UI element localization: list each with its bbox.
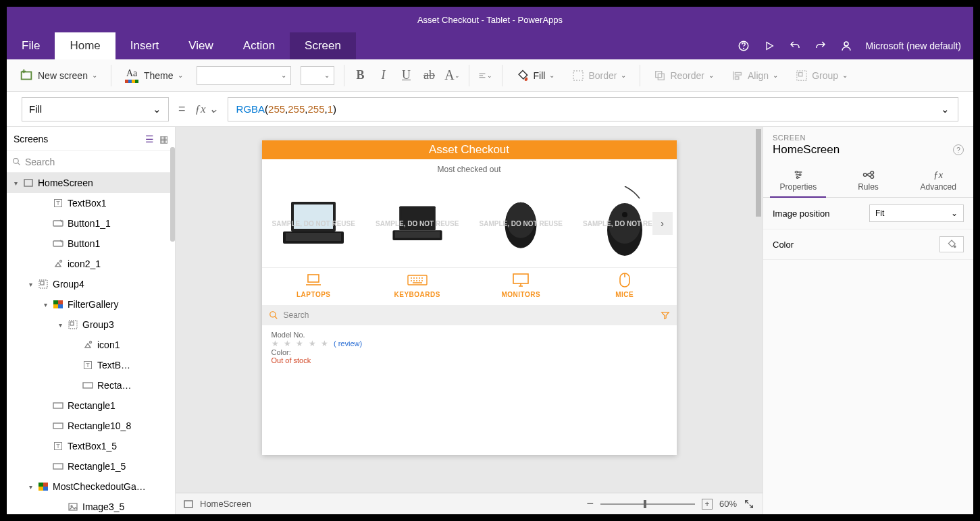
tree-node[interactable]: icon1 (7, 335, 175, 355)
svg-rect-19 (70, 322, 74, 325)
formula-func: RGBA (236, 103, 265, 115)
menu-file[interactable]: File (7, 32, 55, 59)
menu-home[interactable]: Home (55, 32, 115, 59)
tree-node[interactable]: Rectangle10_8 (7, 416, 175, 436)
tree-title: Screens (14, 134, 48, 144)
fx-icon[interactable]: ƒx⌄ (195, 102, 218, 116)
canvas-search-placeholder: Search (284, 310, 309, 320)
menu-action[interactable]: Action (228, 32, 290, 59)
canvas-search-bar[interactable]: Search (262, 305, 677, 325)
tree-node-label: Button1 (68, 238, 100, 249)
reorder-button[interactable]: Reorder⌄ (650, 67, 718, 84)
image-position-dropdown[interactable]: Fit⌄ (869, 204, 964, 222)
menu-screen[interactable]: Screen (290, 32, 356, 59)
tree-node[interactable]: Button1_1 (7, 213, 175, 234)
tree-node[interactable]: Rectangle1_5 (7, 456, 175, 476)
filter-icon[interactable] (661, 310, 670, 320)
border-label: Border (588, 70, 617, 81)
category-label: KEYBOARDS (394, 291, 440, 298)
undo-icon[interactable] (788, 39, 802, 53)
menu-view[interactable]: View (174, 32, 228, 59)
menubar: File Home Insert View Action Screen Micr… (7, 32, 973, 59)
tree-node[interactable]: Rectangle1 (7, 395, 175, 416)
italic-icon[interactable]: I (377, 69, 390, 82)
review-link[interactable]: ( review) (334, 339, 362, 348)
tree-node[interactable]: TTextB… (7, 355, 175, 375)
bold-icon[interactable]: B (354, 69, 367, 82)
text-icon: T (53, 441, 63, 451)
tab-advanced[interactable]: ƒx Advanced (903, 163, 973, 197)
group-button[interactable]: Group⌄ (792, 67, 852, 84)
tree-list-icon[interactable]: ☰ (145, 134, 154, 144)
user-icon[interactable] (840, 39, 853, 53)
tab-properties[interactable]: Properties (763, 163, 833, 197)
svg-point-15 (60, 260, 62, 263)
menu-insert[interactable]: Insert (115, 32, 174, 59)
tree-node[interactable]: ▾Group3 (7, 314, 175, 335)
play-icon[interactable] (763, 39, 776, 53)
category-label: LAPTOPS (296, 291, 331, 298)
window-title: Asset Checkout - Tablet - PowerApps (417, 15, 563, 25)
tab-rules[interactable]: Rules (833, 163, 904, 197)
border-button[interactable]: Border⌄ (568, 67, 630, 84)
theme-button[interactable]: Aa Theme⌄ (121, 67, 187, 84)
align-icon[interactable]: ⌄ (479, 69, 492, 82)
redo-icon[interactable] (814, 39, 827, 53)
zoom-slider[interactable] (600, 503, 695, 505)
zoom-in-button[interactable]: + (702, 499, 713, 510)
expand-icon[interactable] (744, 499, 754, 510)
align-button[interactable]: Align⌄ (727, 67, 782, 84)
zoom-out-button[interactable]: − (586, 497, 594, 511)
account-label[interactable]: Microsoft (new default) (865, 40, 961, 51)
svg-rect-8 (735, 76, 738, 79)
property-selector[interactable]: Fill ⌄ (22, 97, 169, 121)
tree-node[interactable]: Recta… (7, 375, 175, 395)
props-screen-name: HomeScreen (773, 143, 840, 157)
tree-node[interactable]: ▾HomeScreen (7, 173, 175, 193)
strikethrough-icon[interactable]: ab (423, 69, 436, 82)
gallery-item[interactable]: SAMPLE, DO NOT REUSE (262, 196, 366, 250)
font-size-dropdown[interactable]: ⌄ (301, 66, 334, 85)
svg-point-11 (14, 159, 19, 164)
status-breadcrumb[interactable]: HomeScreen (200, 499, 251, 509)
gallery-item[interactable]: SAMPLE, DO NOT REUSE (469, 195, 573, 252)
tree-search[interactable]: Search (7, 151, 175, 173)
tree-node[interactable]: TTextBox1 (7, 193, 175, 213)
tree-node-label: Image3_5 (82, 501, 124, 512)
svg-rect-42 (513, 274, 528, 283)
font-family-dropdown[interactable]: ⌄ (197, 66, 291, 85)
svg-rect-40 (308, 275, 319, 282)
category-laptops[interactable]: LAPTOPS (262, 268, 366, 305)
tree-node[interactable]: icon2_1 (7, 254, 175, 274)
text-icon: T (53, 198, 63, 209)
next-arrow-button[interactable]: › (652, 212, 673, 235)
search-icon (269, 310, 278, 320)
tree-node[interactable]: ▾FilterGallery (7, 294, 175, 314)
category-mice[interactable]: MICE (573, 268, 677, 305)
new-screen-button[interactable]: New screen⌄ (15, 65, 101, 86)
app-canvas[interactable]: Asset Checkout Most checked out SAMPLE, … (262, 140, 677, 455)
svg-point-1 (744, 48, 744, 49)
tree-node[interactable]: ▾Group4 (7, 274, 175, 294)
help-icon[interactable] (737, 39, 750, 53)
underline-icon[interactable]: U (400, 69, 413, 82)
tree-node-label: TextB… (97, 360, 130, 371)
tree-grid-icon[interactable]: ▦ (159, 134, 168, 144)
tree-panel: Screens ☰ ▦ Search ▾HomeScreenTTextBox1B… (7, 127, 176, 514)
category-monitors[interactable]: MONITORS (469, 268, 573, 305)
category-keyboards[interactable]: KEYBOARDS (365, 268, 469, 305)
equals-sign: = (178, 102, 186, 116)
fill-button[interactable]: Fill⌄ (512, 66, 559, 85)
svg-rect-6 (659, 74, 665, 80)
tree-node[interactable]: Button1 (7, 234, 175, 254)
tree-node[interactable]: ▾MostCheckedoutGa… (7, 476, 175, 497)
properties-panel: SCREEN HomeScreen ? Properties Rules ƒx … (763, 127, 973, 514)
font-color-icon[interactable]: A⌄ (446, 69, 459, 82)
tree-node[interactable]: Image3_5 (7, 497, 175, 514)
gallery-item[interactable]: SAMPLE, DO NOT REUSE (365, 202, 469, 246)
color-swatch[interactable] (939, 236, 964, 252)
formula-input[interactable]: RGBA(255,255,255,1) ⌄ (228, 97, 958, 121)
info-icon[interactable]: ? (953, 144, 964, 155)
tree-node[interactable]: TTextBox1_5 (7, 436, 175, 456)
rect-icon (53, 420, 63, 431)
